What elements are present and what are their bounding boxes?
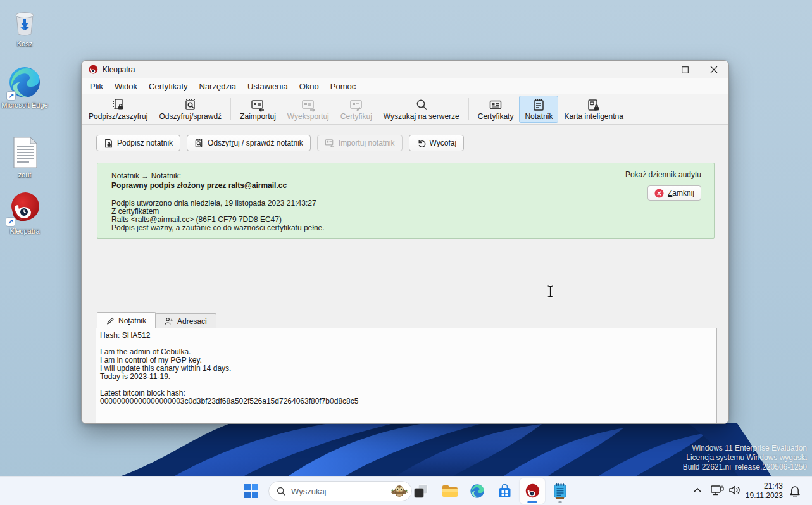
close-circle-icon <box>654 189 664 198</box>
desktop-icon-label: Kosz <box>0 40 49 48</box>
certificate-link[interactable]: Ralts <ralts@airmail.cc> (86F1 CF79 7DD8… <box>111 215 282 224</box>
hidden-icons-chevron-icon[interactable] <box>693 487 702 493</box>
sign-encrypt-icon <box>111 98 126 112</box>
taskbar: 21:43 19.11.2023 <box>0 476 812 505</box>
revert-button[interactable]: Wycofaj <box>409 135 465 151</box>
sign-icon <box>104 139 113 148</box>
notepad-actions: Podpisz notatnik Odszyfruj / sprawdź not… <box>96 135 464 151</box>
toolbar-certificates[interactable]: Certyfikaty <box>472 96 520 123</box>
edge-icon <box>470 483 485 499</box>
windows-watermark: Windows 11 Enterprise Evaluation Licencj… <box>683 444 807 472</box>
decrypt-verify-notepad-button[interactable]: Odszyfruj / sprawdź notatnik <box>187 135 311 151</box>
menu-plik[interactable]: Plik <box>84 80 109 93</box>
result-created: Podpis utworzono dnia niedziela, 19 list… <box>111 199 705 208</box>
desktop-icon-label: Kleopatra <box>0 227 49 235</box>
signer-email-link[interactable]: ralts@airmail.cc <box>228 181 287 190</box>
toolbar-lookup-server[interactable]: Wyszukaj na serwerze <box>378 96 465 123</box>
kleopatra-taskbar-button[interactable] <box>520 478 545 504</box>
certificates-icon <box>488 98 503 112</box>
edge-icon: ↗ <box>8 65 42 99</box>
lookup-server-icon <box>414 98 429 112</box>
wallpaper-bloom <box>99 423 771 476</box>
tray-time: 21:43 <box>746 482 783 491</box>
kleopatra-icon: ↗ <box>7 190 42 225</box>
search-highlight-owl-icon <box>390 482 409 500</box>
running-indicator <box>527 501 537 503</box>
menu-ustawienia[interactable]: Ustawienia <box>242 80 294 93</box>
smartcard-icon <box>586 98 601 112</box>
tab-notatnik[interactable]: Notatnik <box>97 312 156 328</box>
tray-date: 19.11.2023 <box>746 491 783 501</box>
menu-pomoc[interactable]: Pomoc <box>325 80 361 93</box>
notepad-app-icon <box>553 483 568 499</box>
toolbar-separator <box>230 98 231 120</box>
file-explorer-icon <box>442 484 458 498</box>
toolbar-decrypt-verify[interactable]: Odszyfruj/sprawdź <box>153 96 227 123</box>
menu-okno[interactable]: Okno <box>294 80 325 93</box>
certify-icon <box>349 98 364 112</box>
window-title: Kleopatra <box>103 65 135 74</box>
maximize-button[interactable] <box>670 61 699 78</box>
notifications-bell-icon[interactable] <box>789 485 801 497</box>
tab-adresaci[interactable]: Adresaci <box>156 313 216 328</box>
menu-certyfikaty[interactable]: Certyfikaty <box>143 80 193 93</box>
menu-narzedzia[interactable]: Narzędzia <box>194 80 242 93</box>
toolbar-export[interactable]: Wyeksportuj <box>282 96 335 123</box>
notepad-editor[interactable]: Hash: SHA512 I am the admin of Cebulka. … <box>96 328 717 424</box>
decrypt-verify-icon <box>183 98 198 112</box>
minimize-button[interactable] <box>641 61 670 78</box>
volume-icon[interactable] <box>728 485 741 496</box>
start-button[interactable] <box>239 478 264 504</box>
close-result-button[interactable]: Zamknij <box>647 185 701 201</box>
desktop-icon-zout[interactable]: zout <box>0 136 49 179</box>
task-view-icon <box>414 484 428 498</box>
audit-log-link[interactable]: Pokaż dziennik audytu <box>625 171 701 179</box>
taskbar-search[interactable] <box>268 481 412 501</box>
import-certificate-icon <box>250 98 265 112</box>
notepad-taskbar-button[interactable] <box>547 478 573 504</box>
store-button[interactable] <box>492 478 517 504</box>
sign-notepad-button[interactable]: Podpisz notatnik <box>96 135 180 151</box>
close-button[interactable] <box>699 61 728 78</box>
recycle-bin-icon <box>9 6 41 38</box>
toolbar-notepad[interactable]: Notatnik <box>519 96 558 123</box>
store-icon <box>497 484 512 499</box>
task-view-button[interactable] <box>408 478 434 504</box>
export-certificate-icon <box>301 98 316 112</box>
decrypt-verify-icon <box>194 139 204 148</box>
menu-widok[interactable]: Widok <box>109 80 143 93</box>
shortcut-arrow-icon: ↗ <box>6 217 15 227</box>
tray-clock[interactable]: 21:43 19.11.2023 <box>746 482 783 501</box>
desktop-icon-kosz[interactable]: Kosz <box>0 6 49 48</box>
import-notepad-button[interactable]: Importuj notatnik <box>317 135 403 151</box>
text-document-icon <box>10 136 39 169</box>
kleopatra-window: Kleopatra Plik Widok Certyfikaty Narzędz… <box>81 60 729 424</box>
toolbar-import[interactable]: Zaimportuj <box>234 96 282 123</box>
notepad-view: Podpisz notatnik Odszyfruj / sprawdź not… <box>82 125 728 423</box>
toolbar: Podpisz/zaszyfruj Odszyfruj/sprawdź Zaim… <box>82 94 728 125</box>
import-icon <box>325 139 335 147</box>
edge-taskbar-button[interactable] <box>465 478 490 504</box>
network-icon[interactable] <box>711 485 725 496</box>
kleopatra-window-icon <box>88 65 98 75</box>
desktop-icon-label: zout <box>0 171 49 179</box>
shortcut-arrow-icon: ↗ <box>6 91 16 101</box>
menu-bar: Plik Widok Certyfikaty Narzędzia Ustawie… <box>82 78 728 94</box>
desktop-icon-kleopatra[interactable]: ↗ Kleopatra <box>0 190 49 235</box>
toolbar-certify[interactable]: Certyfikuj <box>335 96 378 123</box>
mouse-ibeam-cursor <box>546 285 554 298</box>
desktop-icon-label: Microsoft Edge <box>0 101 49 109</box>
notepad-icon <box>531 98 546 112</box>
search-input[interactable] <box>291 487 390 496</box>
signature-result-panel: Notatnik → Notatnik: Poprawny podpis zło… <box>97 163 715 239</box>
kleopatra-icon <box>524 483 540 499</box>
file-explorer-button[interactable] <box>437 478 463 504</box>
toolbar-sign-encrypt[interactable]: Podpisz/zaszyfruj <box>83 96 153 123</box>
result-validity: Podpis jest ważny, a zaufanie co do ważn… <box>111 224 705 232</box>
titlebar[interactable]: Kleopatra <box>82 61 728 78</box>
toolbar-smartcard[interactable]: Karta inteligentna <box>558 96 628 123</box>
result-header: Notatnik → Notatnik: <box>111 172 705 180</box>
result-verdict: Poprawny podpis złożony przez ralts@airm… <box>111 182 705 190</box>
desktop-icon-edge[interactable]: ↗ Microsoft Edge <box>0 65 49 109</box>
undo-icon <box>416 139 426 148</box>
